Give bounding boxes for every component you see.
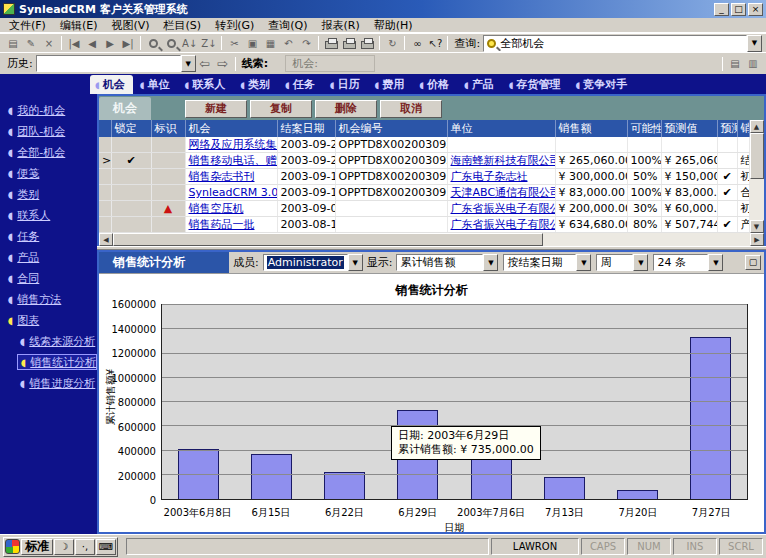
action-button-删除[interactable]: 删除 bbox=[315, 100, 377, 118]
menu-item[interactable]: 视图(V) bbox=[104, 18, 156, 33]
ime-soft-keyboard-icon[interactable]: ⌨ bbox=[96, 539, 116, 555]
member-dropdown-button[interactable]: ▼ bbox=[348, 254, 363, 271]
period-dropdown-button[interactable]: ▼ bbox=[633, 254, 648, 271]
query-dropdown-button[interactable]: ▼ bbox=[747, 35, 762, 52]
print-preview-icon[interactable] bbox=[358, 35, 376, 51]
chart-bar-7月13日[interactable] bbox=[544, 477, 585, 499]
sidebar-item-类别[interactable]: ◖类别 bbox=[8, 186, 97, 202]
tab-价格[interactable]: ◖价格 bbox=[414, 75, 457, 94]
history-combobox[interactable]: ▼ bbox=[36, 55, 196, 72]
sidebar-item-图表[interactable]: ◖图表 bbox=[8, 312, 97, 328]
close-button[interactable]: × bbox=[748, 3, 763, 16]
tab-机会[interactable]: ◖机会 bbox=[90, 75, 133, 94]
column-header-机会编号[interactable]: 机会编号 bbox=[335, 120, 447, 137]
new-icon[interactable]: ▤ bbox=[4, 35, 22, 51]
menu-item[interactable]: 转到(G) bbox=[208, 18, 261, 33]
cut-icon[interactable]: ✂ bbox=[225, 35, 243, 51]
refresh-icon[interactable]: ↻ bbox=[383, 35, 401, 51]
count-dropdown-button[interactable]: ▼ bbox=[708, 254, 723, 271]
sort-ascending-icon[interactable]: A↓ bbox=[180, 35, 199, 51]
sidebar-item-便笺[interactable]: ◖便笺 bbox=[8, 165, 97, 181]
menu-item[interactable]: 帮助(H) bbox=[367, 18, 420, 33]
column-header-机会[interactable]: 机会 bbox=[185, 120, 277, 137]
sidebar-item-联系人[interactable]: ◖联系人 bbox=[8, 207, 97, 223]
period-combobox[interactable]: 周 ▼ bbox=[596, 254, 648, 271]
table-row[interactable]: 销售药品一批2003-08-11广东省振兴电子有限公司¥ 634,680.008… bbox=[99, 217, 749, 233]
scrollbar-thumb[interactable] bbox=[750, 133, 764, 179]
group-by-combobox[interactable]: 按结案日期 ▼ bbox=[503, 254, 591, 271]
restore-button[interactable]: □ bbox=[731, 3, 746, 16]
sidebar-item-全部-机会[interactable]: ◖全部-机会 bbox=[8, 144, 97, 160]
menu-item[interactable]: 报表(R) bbox=[315, 18, 367, 33]
ime-logo-icon[interactable] bbox=[5, 539, 20, 554]
opportunity-link[interactable]: 销售杂志书刊 bbox=[185, 169, 277, 185]
nav-next-icon[interactable]: ▶ bbox=[101, 35, 119, 51]
column-header-结案日期[interactable]: 结案日期 bbox=[277, 120, 335, 137]
scroll-down-icon[interactable]: ▼ bbox=[750, 220, 764, 233]
sidebar-item-销售统计分析[interactable]: ◖销售统计分析 bbox=[17, 354, 97, 370]
member-combobox[interactable]: Administrator ▼ bbox=[263, 254, 363, 271]
sort-descending-icon[interactable]: Z↓ bbox=[199, 35, 218, 51]
ime-mode-button[interactable]: 标准 bbox=[21, 539, 53, 555]
tab-任务[interactable]: ◖任务 bbox=[280, 75, 323, 94]
history-dropdown-button[interactable]: ▼ bbox=[181, 55, 196, 72]
tab-类别[interactable]: ◖类别 bbox=[235, 75, 278, 94]
menu-item[interactable]: 文件(F) bbox=[2, 18, 53, 33]
table-row[interactable]: 网络及应用系统集成2003-09-23OPPTD8X0020030923001 bbox=[99, 137, 749, 153]
sidebar-item-团队-机会[interactable]: ◖团队-机会 bbox=[8, 123, 97, 139]
scroll-right-icon[interactable]: ▶ bbox=[750, 233, 764, 246]
company-link[interactable]: 天津ABC通信有限公司 bbox=[447, 185, 555, 201]
chart-bar-6月22日[interactable] bbox=[324, 472, 365, 499]
tab-联系人[interactable]: ◖联系人 bbox=[180, 75, 234, 94]
display-combobox[interactable]: 累计销售额 ▼ bbox=[396, 254, 498, 271]
ime-halfwidth-moon-icon[interactable]: ☽ bbox=[54, 539, 74, 555]
opportunity-link[interactable]: 销售药品一批 bbox=[185, 217, 277, 233]
table-row[interactable]: ▲销售空压机2003-09-09广东省振兴电子有限公司¥ 200,000.003… bbox=[99, 201, 749, 217]
nav-last-icon[interactable]: ▶| bbox=[119, 35, 137, 51]
search-icon[interactable] bbox=[162, 35, 180, 51]
column-header-标识[interactable]: 标识 bbox=[151, 120, 185, 137]
column-header-selector[interactable] bbox=[99, 120, 111, 137]
sidebar-item-任务[interactable]: ◖任务 bbox=[8, 228, 97, 244]
redo-icon[interactable]: ↷ bbox=[297, 35, 315, 51]
column-header-销售额[interactable]: 销售额 bbox=[555, 120, 627, 137]
scroll-up-icon[interactable]: ▲ bbox=[750, 120, 764, 133]
column-header-锁定[interactable]: 锁定 bbox=[111, 120, 151, 137]
back-icon[interactable]: ⇦ bbox=[196, 56, 214, 72]
report-icon[interactable]: ▤ bbox=[726, 56, 744, 72]
print-setup-icon[interactable] bbox=[340, 35, 358, 51]
count-combobox[interactable]: 24 条 ▼ bbox=[653, 254, 723, 271]
sidebar-item-产品[interactable]: ◖产品 bbox=[8, 249, 97, 265]
sidebar-item-销售进度分析[interactable]: ◖销售进度分析 bbox=[20, 375, 97, 391]
menu-item[interactable]: 编辑(E) bbox=[53, 18, 105, 33]
opportunity-link[interactable]: 销售空压机 bbox=[185, 201, 277, 217]
table-row[interactable]: >✔销售移动电话、赠送2003-09-23OPPTD8X002003092300… bbox=[99, 153, 749, 169]
sidebar-item-我的-机会[interactable]: ◖我的-机会 bbox=[8, 102, 97, 118]
table-horizontal-scrollbar[interactable]: ◀ ▶ bbox=[99, 233, 764, 246]
nav-first-icon[interactable]: |◀ bbox=[65, 35, 83, 51]
opportunity-panel-tab[interactable]: 机会 bbox=[99, 97, 151, 120]
tab-竞争对手[interactable]: ◖竞争对手 bbox=[571, 75, 636, 94]
table-row[interactable]: 销售杂志书刊2003-09-16OPPTD8X0020030916001广东电子… bbox=[99, 169, 749, 185]
minimize-button[interactable]: _ bbox=[714, 3, 729, 16]
menu-item[interactable]: 栏目(S) bbox=[157, 18, 209, 33]
column-header-预测[interactable]: 预测 bbox=[717, 120, 737, 137]
help-pointer-icon[interactable]: ↖? bbox=[426, 35, 444, 51]
menu-item[interactable]: 查询(Q) bbox=[261, 18, 314, 33]
forward-icon[interactable]: ⇨ bbox=[214, 56, 232, 72]
scrollbar-thumb[interactable] bbox=[113, 233, 543, 246]
binoculars-find-icon[interactable]: ∞ bbox=[408, 35, 426, 51]
company-link[interactable]: 广东省振兴电子有限公司 bbox=[447, 217, 555, 233]
display-dropdown-button[interactable]: ▼ bbox=[483, 254, 498, 271]
paste-icon[interactable]: ▦ bbox=[261, 35, 279, 51]
report-icon[interactable]: ▥ bbox=[744, 56, 762, 72]
chart-bar-2003年7月6日[interactable] bbox=[471, 458, 512, 499]
chart-bar-6月15日[interactable] bbox=[251, 454, 292, 499]
tab-产品[interactable]: ◖产品 bbox=[459, 75, 502, 94]
tab-日历[interactable]: ◖日历 bbox=[325, 75, 368, 94]
company-link[interactable]: 海南蜂新科技有限公司 bbox=[447, 153, 555, 169]
column-header-可能性[interactable]: 可能性 bbox=[627, 120, 661, 137]
company-link[interactable]: 广东电子杂志社 bbox=[447, 169, 555, 185]
table-row[interactable]: SynleadCRM 3.02003-09-16OPPTD8X002003091… bbox=[99, 185, 749, 201]
tab-单位[interactable]: ◖单位 bbox=[135, 75, 178, 94]
